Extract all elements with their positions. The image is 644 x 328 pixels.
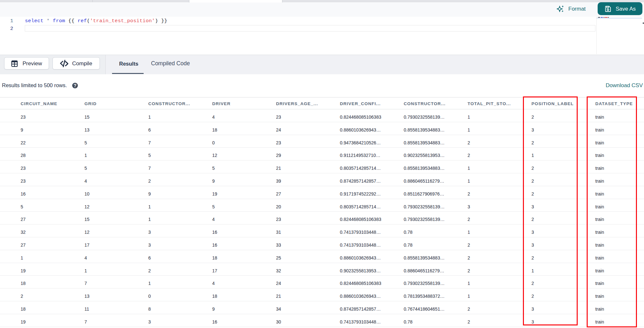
svg-text:?: ? xyxy=(73,83,76,88)
